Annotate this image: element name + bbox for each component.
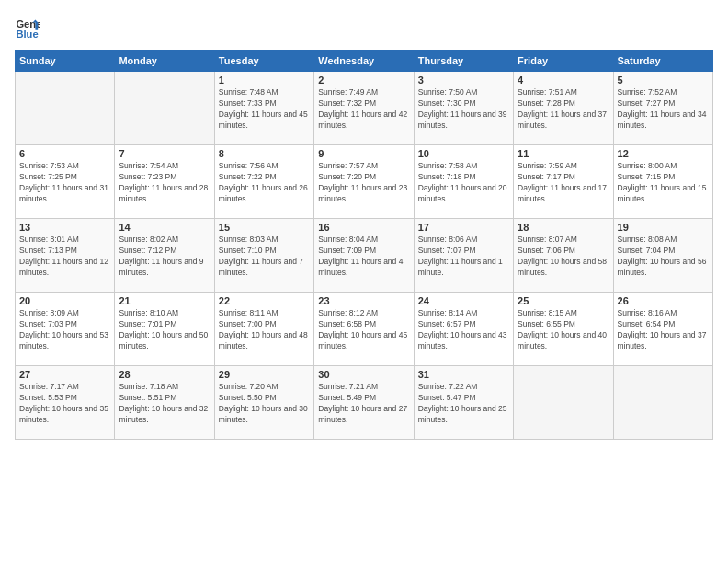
calendar-cell: 15Sunrise: 8:03 AMSunset: 7:10 PMDayligh…	[214, 219, 313, 293]
calendar-cell: 21Sunrise: 8:10 AMSunset: 7:01 PMDayligh…	[115, 293, 214, 366]
cell-content: Sunrise: 7:50 AMSunset: 7:30 PMDaylight:…	[418, 87, 509, 132]
day-number: 31	[418, 369, 509, 380]
cell-content: Sunrise: 8:00 AMSunset: 7:15 PMDaylight:…	[618, 161, 709, 205]
calendar-cell: 17Sunrise: 8:06 AMSunset: 7:07 PMDayligh…	[414, 219, 513, 293]
cell-content: Sunrise: 8:04 AMSunset: 7:09 PMDaylight:…	[318, 235, 409, 279]
calendar-week-row: 27Sunrise: 7:17 AMSunset: 5:53 PMDayligh…	[16, 366, 713, 440]
calendar-cell: 14Sunrise: 8:02 AMSunset: 7:12 PMDayligh…	[115, 219, 214, 293]
day-number: 20	[19, 295, 110, 306]
calendar-cell: 10Sunrise: 7:58 AMSunset: 7:18 PMDayligh…	[414, 145, 513, 219]
day-number: 4	[518, 75, 609, 86]
calendar-cell: 3Sunrise: 7:50 AMSunset: 7:30 PMDaylight…	[414, 72, 513, 145]
cell-content: Sunrise: 8:11 AMSunset: 7:00 PMDaylight:…	[219, 308, 310, 352]
day-number: 24	[418, 295, 509, 306]
day-number: 29	[219, 369, 310, 380]
cell-content: Sunrise: 7:57 AMSunset: 7:20 PMDaylight:…	[318, 161, 409, 205]
cell-content: Sunrise: 7:59 AMSunset: 7:17 PMDaylight:…	[518, 161, 609, 205]
calendar-cell: 4Sunrise: 7:51 AMSunset: 7:28 PMDaylight…	[514, 72, 613, 145]
day-number: 19	[618, 222, 709, 233]
day-number: 26	[618, 295, 709, 306]
svg-text:Blue: Blue	[16, 29, 38, 40]
cell-content: Sunrise: 7:22 AMSunset: 5:47 PMDaylight:…	[418, 382, 509, 426]
day-number: 9	[318, 148, 409, 159]
calendar-cell: 16Sunrise: 8:04 AMSunset: 7:09 PMDayligh…	[314, 219, 414, 293]
day-number: 11	[518, 148, 609, 159]
cell-content: Sunrise: 8:10 AMSunset: 7:01 PMDaylight:…	[119, 308, 210, 352]
cell-content: Sunrise: 8:02 AMSunset: 7:12 PMDaylight:…	[119, 235, 210, 279]
day-number: 16	[318, 222, 409, 233]
calendar-cell: 25Sunrise: 8:15 AMSunset: 6:55 PMDayligh…	[514, 293, 613, 366]
calendar-cell: 11Sunrise: 7:59 AMSunset: 7:17 PMDayligh…	[514, 145, 613, 219]
day-number: 13	[19, 222, 110, 233]
weekday-header: Saturday	[613, 51, 712, 72]
cell-content: Sunrise: 7:54 AMSunset: 7:23 PMDaylight:…	[119, 161, 210, 205]
cell-content: Sunrise: 8:07 AMSunset: 7:06 PMDaylight:…	[518, 235, 609, 279]
day-number: 6	[19, 148, 110, 159]
day-number: 21	[119, 295, 210, 306]
day-number: 23	[318, 295, 409, 306]
calendar-cell: 1Sunrise: 7:48 AMSunset: 7:33 PMDaylight…	[214, 72, 313, 145]
weekday-header: Friday	[514, 51, 613, 72]
calendar-cell: 13Sunrise: 8:01 AMSunset: 7:13 PMDayligh…	[16, 219, 115, 293]
day-number: 25	[518, 295, 609, 306]
calendar-cell: 2Sunrise: 7:49 AMSunset: 7:32 PMDaylight…	[314, 72, 414, 145]
logo-icon: General Blue	[15, 15, 40, 40]
calendar-cell: 19Sunrise: 8:08 AMSunset: 7:04 PMDayligh…	[613, 219, 712, 293]
weekday-header: Monday	[115, 51, 214, 72]
day-number: 15	[219, 222, 310, 233]
weekday-header-row: SundayMondayTuesdayWednesdayThursdayFrid…	[16, 51, 713, 72]
cell-content: Sunrise: 7:49 AMSunset: 7:32 PMDaylight:…	[318, 87, 409, 132]
cell-content: Sunrise: 8:15 AMSunset: 6:55 PMDaylight:…	[518, 308, 609, 352]
calendar-cell: 31Sunrise: 7:22 AMSunset: 5:47 PMDayligh…	[414, 366, 513, 440]
cell-content: Sunrise: 7:20 AMSunset: 5:50 PMDaylight:…	[219, 382, 310, 426]
calendar-cell: 8Sunrise: 7:56 AMSunset: 7:22 PMDaylight…	[214, 145, 313, 219]
day-number: 14	[119, 222, 210, 233]
calendar-cell	[514, 366, 613, 440]
cell-content: Sunrise: 8:14 AMSunset: 6:57 PMDaylight:…	[418, 308, 509, 352]
weekday-header: Sunday	[16, 51, 115, 72]
day-number: 7	[119, 148, 210, 159]
calendar-cell: 24Sunrise: 8:14 AMSunset: 6:57 PMDayligh…	[414, 293, 513, 366]
calendar-cell: 20Sunrise: 8:09 AMSunset: 7:03 PMDayligh…	[16, 293, 115, 366]
day-number: 10	[418, 148, 509, 159]
calendar-week-row: 20Sunrise: 8:09 AMSunset: 7:03 PMDayligh…	[16, 293, 713, 366]
weekday-header: Thursday	[414, 51, 513, 72]
cell-content: Sunrise: 7:56 AMSunset: 7:22 PMDaylight:…	[219, 161, 310, 205]
day-number: 8	[219, 148, 310, 159]
calendar-cell: 18Sunrise: 8:07 AMSunset: 7:06 PMDayligh…	[514, 219, 613, 293]
cell-content: Sunrise: 8:06 AMSunset: 7:07 PMDaylight:…	[418, 235, 509, 279]
calendar-cell: 29Sunrise: 7:20 AMSunset: 5:50 PMDayligh…	[214, 366, 313, 440]
cell-content: Sunrise: 7:58 AMSunset: 7:18 PMDaylight:…	[418, 161, 509, 205]
cell-content: Sunrise: 7:18 AMSunset: 5:51 PMDaylight:…	[119, 382, 210, 426]
day-number: 1	[219, 75, 310, 86]
calendar-week-row: 13Sunrise: 8:01 AMSunset: 7:13 PMDayligh…	[16, 219, 713, 293]
calendar-table: SundayMondayTuesdayWednesdayThursdayFrid…	[15, 50, 713, 440]
day-number: 3	[418, 75, 509, 86]
calendar-cell: 9Sunrise: 7:57 AMSunset: 7:20 PMDaylight…	[314, 145, 414, 219]
cell-content: Sunrise: 7:51 AMSunset: 7:28 PMDaylight:…	[518, 87, 609, 132]
cell-content: Sunrise: 8:03 AMSunset: 7:10 PMDaylight:…	[219, 235, 310, 279]
cell-content: Sunrise: 7:53 AMSunset: 7:25 PMDaylight:…	[19, 161, 110, 205]
page-header: General Blue	[15, 15, 713, 40]
cell-content: Sunrise: 7:48 AMSunset: 7:33 PMDaylight:…	[219, 87, 310, 132]
calendar-week-row: 6Sunrise: 7:53 AMSunset: 7:25 PMDaylight…	[16, 145, 713, 219]
calendar-cell: 7Sunrise: 7:54 AMSunset: 7:23 PMDaylight…	[115, 145, 214, 219]
calendar-cell: 23Sunrise: 8:12 AMSunset: 6:58 PMDayligh…	[314, 293, 414, 366]
cell-content: Sunrise: 8:08 AMSunset: 7:04 PMDaylight:…	[618, 235, 709, 279]
day-number: 2	[318, 75, 409, 86]
cell-content: Sunrise: 8:01 AMSunset: 7:13 PMDaylight:…	[19, 235, 110, 279]
cell-content: Sunrise: 8:12 AMSunset: 6:58 PMDaylight:…	[318, 308, 409, 352]
calendar-cell	[115, 72, 214, 145]
day-number: 17	[418, 222, 509, 233]
day-number: 27	[19, 369, 110, 380]
calendar-cell: 30Sunrise: 7:21 AMSunset: 5:49 PMDayligh…	[314, 366, 414, 440]
cell-content: Sunrise: 7:21 AMSunset: 5:49 PMDaylight:…	[318, 382, 409, 426]
calendar-cell: 28Sunrise: 7:18 AMSunset: 5:51 PMDayligh…	[115, 366, 214, 440]
day-number: 28	[119, 369, 210, 380]
day-number: 5	[618, 75, 709, 86]
calendar-cell	[613, 366, 712, 440]
cell-content: Sunrise: 7:17 AMSunset: 5:53 PMDaylight:…	[19, 382, 110, 426]
weekday-header: Wednesday	[314, 51, 414, 72]
cell-content: Sunrise: 8:16 AMSunset: 6:54 PMDaylight:…	[618, 308, 709, 352]
calendar-cell: 22Sunrise: 8:11 AMSunset: 7:00 PMDayligh…	[214, 293, 313, 366]
